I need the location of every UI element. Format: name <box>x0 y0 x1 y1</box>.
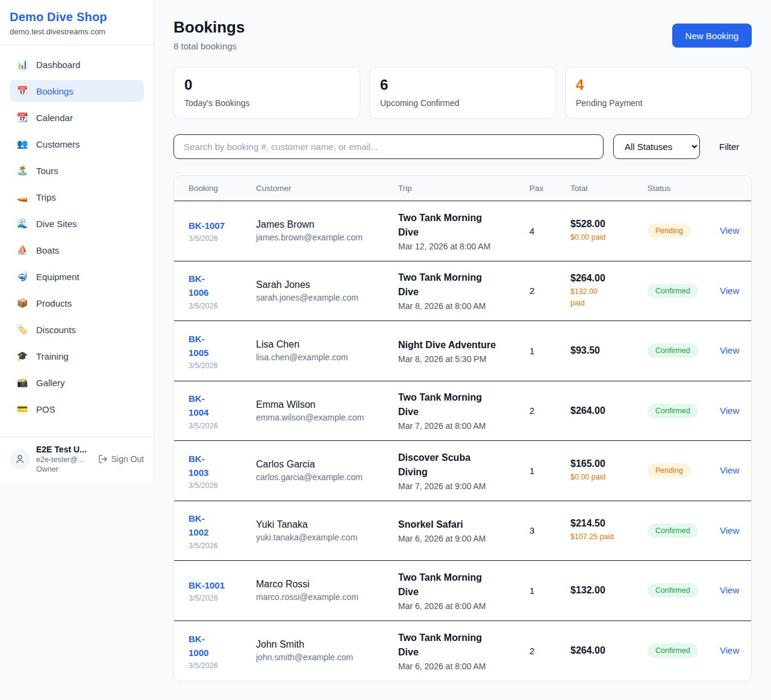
table-row: BK- 10033/5/2026Carlos Garciacarlos.garc… <box>174 441 751 501</box>
user-name: E2E Test U... <box>36 445 92 454</box>
paid-amount: $132.00 paid <box>570 286 648 309</box>
page-header: Bookings 8 total bookings New Booking <box>173 18 752 51</box>
sign-out-label: Sign Out <box>111 454 144 464</box>
sidebar-item-label: Training <box>36 351 69 361</box>
status-cell: Confirmed <box>648 343 720 358</box>
booking-id-link[interactable]: BK- 1005 <box>189 334 208 358</box>
status-select[interactable]: All Statuses <box>613 134 700 159</box>
sidebar-item-label: Products <box>36 298 72 308</box>
column-header-status: Status <box>648 184 720 193</box>
avatar <box>10 449 30 469</box>
view-cell: View <box>720 345 739 356</box>
view-link[interactable]: View <box>720 405 739 416</box>
booking-cell: BK- 10043/5/2026 <box>189 392 256 430</box>
trip-datetime: Mar 6, 2026 at 9:00 AM <box>398 534 529 543</box>
sidebar-item-customers[interactable]: 👥Customers <box>10 133 144 155</box>
sidebar-item-gallery[interactable]: 📸Gallery <box>10 372 144 393</box>
stat-label: Pending Payment <box>576 98 741 108</box>
total-cell: $264.00$132.00 paid <box>570 273 648 309</box>
trip-datetime: Mar 8, 2026 at 5:30 PM <box>398 354 529 364</box>
wave-icon: 🌊 <box>16 218 28 229</box>
table-row: BK-10073/5/2026James Brownjames.brown@ex… <box>174 201 751 261</box>
view-link[interactable]: View <box>720 525 739 536</box>
table-row: BK- 10043/5/2026Emma Wilsonemma.wilson@e… <box>174 381 751 442</box>
trip-cell: Snorkel SafariMar 6, 2026 at 9:00 AM <box>398 517 529 543</box>
stat-value: 0 <box>184 77 349 93</box>
search-input[interactable] <box>173 134 604 159</box>
customer-cell: Yuki Tanakayuki.tanaka@example.com <box>256 519 398 542</box>
graduation-cap-icon: 🎓 <box>16 351 28 361</box>
shop-name: Demo Dive Shop <box>10 10 144 24</box>
pax-count: 1 <box>529 466 570 476</box>
booking-id-link[interactable]: BK-1001 <box>189 580 225 590</box>
sailboat-icon: ⛵ <box>16 245 28 255</box>
page-title: Bookings <box>173 18 245 37</box>
sidebar-item-discounts[interactable]: 🏷️Discounts <box>10 319 144 340</box>
sidebar-item-tours[interactable]: 🏝️Tours <box>10 160 144 181</box>
booking-id-link[interactable]: BK- 1004 <box>189 393 208 417</box>
sidebar-item-boats[interactable]: ⛵Boats <box>10 239 144 261</box>
trip-datetime: Mar 7, 2026 at 9:00 AM <box>398 481 529 491</box>
booking-id-link[interactable]: BK- 1003 <box>189 454 208 478</box>
status-badge: Confirmed <box>648 343 698 358</box>
trip-name: Two Tank Morning Dive <box>398 270 498 299</box>
customer-name: Marco Rossi <box>256 579 398 590</box>
sidebar-item-trips[interactable]: 🚤Trips <box>10 186 144 208</box>
pax-count: 2 <box>529 286 570 296</box>
customer-email: sarah.jones@example.com <box>256 293 398 302</box>
total-amount: $528.00 <box>570 219 648 230</box>
new-booking-button[interactable]: New Booking <box>672 23 752 48</box>
customer-email: lisa.chen@example.com <box>256 352 398 362</box>
view-link[interactable]: View <box>720 465 739 475</box>
booking-id-link[interactable]: BK-1007 <box>189 220 225 231</box>
filter-row: All Statuses Filter <box>173 134 752 159</box>
booking-cell: BK- 10053/5/2026 <box>189 332 256 370</box>
booking-date: 3/5/2026 <box>189 422 256 430</box>
pax-count: 2 <box>529 405 570 416</box>
booking-cell: BK-10013/5/2026 <box>189 578 256 602</box>
sidebar-item-calendar[interactable]: 📆Calendar <box>10 107 144 128</box>
total-cell: $264.00 <box>570 405 648 416</box>
shop-domain: demo.test.divestreams.com <box>10 27 144 36</box>
booking-id-link[interactable]: BK- 1002 <box>189 513 208 537</box>
view-cell: View <box>720 465 739 476</box>
sidebar-item-equipment[interactable]: 🤿Equipment <box>10 266 144 287</box>
trip-cell: Night Dive AdventureMar 8, 2026 at 5:30 … <box>398 338 529 364</box>
customer-email: john.smith@example.com <box>256 652 398 662</box>
sidebar-item-dive-sites[interactable]: 🌊Dive Sites <box>10 213 144 234</box>
total-cell: $165.00$0.00 paid <box>570 458 648 483</box>
sidebar-item-pos[interactable]: 💳POS <box>10 398 144 420</box>
person-icon <box>14 454 25 464</box>
total-amount: $93.50 <box>570 345 648 356</box>
bookings-table: Booking Customer Trip Pax Total Status B… <box>173 175 752 681</box>
sidebar-item-products[interactable]: 📦Products <box>10 292 144 314</box>
view-link[interactable]: View <box>720 645 739 655</box>
booking-date: 3/5/2026 <box>189 234 256 243</box>
booking-id-link[interactable]: BK- 1000 <box>189 634 208 658</box>
sidebar-item-dashboard[interactable]: 📊Dashboard <box>10 54 144 75</box>
trip-name: Night Dive Adventure <box>398 338 498 352</box>
package-icon: 📦 <box>16 298 28 308</box>
view-link[interactable]: View <box>720 345 739 355</box>
view-link[interactable]: View <box>720 585 739 595</box>
customer-email: carlos.garcia@example.com <box>256 472 398 482</box>
table-row: BK- 10003/5/2026John Smithjohn.smith@exa… <box>174 621 751 681</box>
trip-name: Two Tank Morning Dive <box>398 390 498 419</box>
sidebar-item-label: Bookings <box>36 86 73 96</box>
stat-card-upcoming-confirmed: 6 Upcoming Confirmed <box>369 67 556 119</box>
sign-out-button[interactable]: Sign Out <box>98 454 144 464</box>
view-link[interactable]: View <box>720 286 739 296</box>
sidebar-item-training[interactable]: 🎓Training <box>10 345 144 367</box>
booking-id-link[interactable]: BK- 1006 <box>189 273 208 298</box>
total-cell: $528.00$0.00 paid <box>570 219 648 243</box>
sidebar-item-bookings[interactable]: 📅Bookings <box>10 80 144 102</box>
sidebar-item-label: Customers <box>36 139 80 149</box>
total-amount: $264.00 <box>570 273 648 284</box>
view-link[interactable]: View <box>720 225 739 236</box>
trip-name: Two Tank Morning Dive <box>398 631 498 660</box>
booking-cell: BK- 10033/5/2026 <box>189 452 256 490</box>
sidebar-item-label: Equipment <box>36 272 80 282</box>
pax-count: 4 <box>529 226 570 236</box>
customer-name: Emma Wilson <box>256 399 398 410</box>
filter-button[interactable]: Filter <box>719 142 739 152</box>
